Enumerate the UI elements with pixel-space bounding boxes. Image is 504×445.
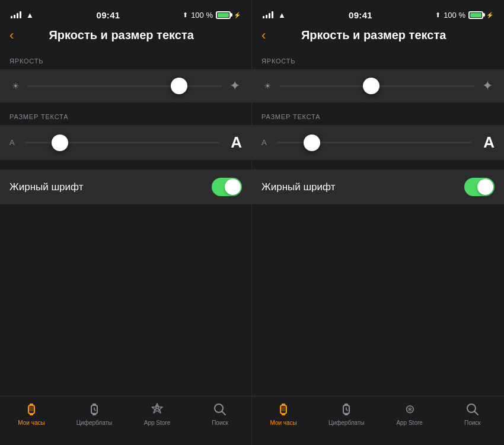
status-right-right: ⬆ 100 % ⚡: [435, 11, 493, 20]
text-size-slider-row-right: A A: [261, 133, 495, 152]
tab-my-watch-label-right: Мои часы: [270, 420, 296, 426]
signal-bar-1: [11, 16, 12, 18]
svg-line-11: [222, 412, 226, 415]
toggle-knob-left: [225, 179, 241, 195]
status-time-right: 09:41: [349, 10, 372, 20]
text-size-large-icon-left: A: [225, 133, 242, 152]
svg-line-23: [474, 412, 478, 415]
left-panel: ▲ 09:41 ⬆ 100 % ⚡ ‹ Яркость и размер тек…: [0, 0, 252, 445]
brightness-track-right: [279, 85, 474, 87]
brightness-thumb-right[interactable]: [363, 78, 379, 94]
charging-bolt-left: ⚡: [234, 12, 241, 18]
my-watch-icon-right: [275, 401, 292, 418]
signal-bar-4: [20, 11, 21, 18]
svg-text:A: A: [155, 404, 160, 412]
brightness-slider-left[interactable]: [27, 78, 222, 94]
signal-bar-r4: [272, 11, 273, 18]
brightness-high-icon-left: ✦: [228, 78, 242, 94]
right-panel: ▲ 09:41 ⬆ 100 % ⚡ ‹ Яркость и размер тек…: [252, 0, 504, 445]
bold-font-label-left: Жирный шрифт: [9, 181, 83, 193]
battery-pct-right: 100 %: [444, 11, 465, 20]
status-right-left: ⬆ 100 % ⚡: [183, 11, 241, 20]
watch-faces-icon-right: [338, 401, 355, 418]
tab-my-watch-label-left: Мои часы: [18, 420, 44, 426]
signal-bar-r2: [266, 15, 267, 18]
tab-watch-faces-left[interactable]: Циферблаты: [63, 396, 126, 433]
text-size-track-left: [25, 142, 219, 143]
charging-bolt-right: ⚡: [486, 12, 493, 18]
svg-rect-3: [29, 406, 34, 411]
brightness-low-icon-right: ☀: [261, 81, 273, 91]
search-icon-right: [464, 401, 481, 418]
header-title-left: Яркость и размер текста: [18, 28, 224, 42]
text-size-small-icon-right: A: [261, 138, 271, 147]
svg-rect-6: [92, 414, 96, 415]
svg-rect-15: [281, 406, 286, 411]
signal-bar-r1: [263, 16, 264, 18]
brightness-section-label-left: ЯРКОСТЬ: [0, 48, 251, 69]
status-bar-left: ▲ 09:41 ⬆ 100 % ⚡: [0, 0, 251, 26]
signal-bar-3: [17, 13, 18, 18]
text-size-track-right: [277, 142, 472, 143]
text-size-slider-right[interactable]: [277, 135, 472, 151]
tab-watch-faces-right[interactable]: Циферблаты: [315, 396, 378, 433]
back-button-right[interactable]: ‹: [261, 29, 266, 42]
status-left: ▲: [11, 11, 34, 20]
tab-app-store-label-right: App Store: [396, 420, 422, 426]
header-title-right: Яркость и размер текста: [270, 28, 477, 42]
tab-watch-faces-label-right: Циферблаты: [328, 420, 365, 426]
svg-rect-13: [282, 404, 285, 405]
brightness-slider-row-right: ☀ ✦: [261, 78, 495, 94]
battery-icon-right: [468, 11, 483, 19]
tab-app-store-label-left: App Store: [144, 420, 170, 426]
tab-search-left[interactable]: Поиск: [189, 396, 251, 433]
search-icon-left: [212, 401, 228, 418]
brightness-slider-section-right: ☀ ✦: [252, 69, 504, 103]
svg-rect-17: [344, 404, 348, 405]
text-size-small-icon-left: A: [9, 138, 19, 147]
svg-rect-1: [30, 404, 33, 405]
bold-font-toggle-left[interactable]: [212, 178, 242, 196]
bold-font-label-right: Жирный шрифт: [261, 181, 335, 193]
svg-rect-18: [344, 414, 348, 415]
tab-app-store-left[interactable]: A App Store: [126, 396, 189, 433]
app-store-icon-left: A: [149, 401, 165, 418]
text-size-section-label-right: РАЗМЕР ТЕКСТА: [252, 104, 504, 125]
wifi-icon-right: ▲: [278, 11, 286, 20]
brightness-slider-right[interactable]: [279, 78, 474, 94]
text-size-slider-left[interactable]: [25, 135, 219, 151]
tab-my-watch-left[interactable]: Мои часы: [0, 396, 63, 433]
tab-search-label-right: Поиск: [464, 420, 481, 426]
text-size-slider-section-right: A A: [252, 125, 504, 160]
signal-bar-r3: [269, 13, 270, 18]
battery-fill-right: [470, 13, 481, 17]
tab-search-label-left: Поиск: [212, 420, 228, 426]
text-size-thumb-left[interactable]: [52, 135, 68, 151]
svg-rect-2: [30, 414, 33, 415]
brightness-section-label-right: ЯРКОСТЬ: [252, 48, 504, 69]
location-icon: ⬆: [183, 11, 188, 19]
back-button-left[interactable]: ‹: [9, 29, 14, 42]
tab-app-store-right[interactable]: ⊛ App Store: [378, 396, 441, 433]
tab-search-right[interactable]: Поиск: [441, 396, 504, 433]
brightness-high-icon-right: ✦: [480, 78, 495, 94]
text-size-large-icon-right: A: [478, 133, 495, 152]
bold-font-row-right: Жирный шрифт: [252, 169, 504, 204]
battery-icon-left: [216, 11, 231, 19]
svg-line-8: [94, 409, 95, 411]
battery-fill: [218, 13, 229, 17]
brightness-slider-section-left: ☀ ✦: [0, 69, 251, 103]
svg-rect-5: [92, 404, 96, 405]
status-left-right: ▲: [263, 11, 286, 20]
signal-bars-right: [263, 11, 273, 18]
toggle-knob-right: [477, 179, 493, 195]
brightness-thumb-left[interactable]: [171, 78, 187, 94]
text-size-thumb-right[interactable]: [304, 135, 320, 151]
bold-font-toggle-right[interactable]: [464, 178, 495, 196]
location-icon-right: ⬆: [435, 11, 441, 19]
tab-my-watch-right[interactable]: Мои часы: [252, 396, 315, 433]
status-bar-right: ▲ 09:41 ⬆ 100 % ⚡: [252, 0, 504, 26]
text-size-slider-row-left: A A: [9, 133, 242, 152]
tab-bar-right: Мои часы Циферблаты ⊛ App Store: [252, 396, 504, 445]
tab-bar-left: Мои часы Циферблаты A App St: [0, 396, 251, 445]
